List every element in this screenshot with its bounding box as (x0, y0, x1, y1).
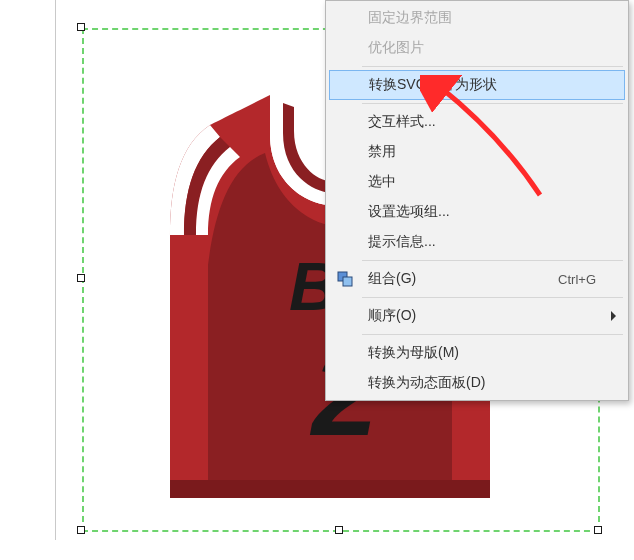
svg-rect-2 (343, 277, 352, 286)
menu-separator (362, 297, 623, 298)
menu-separator (362, 334, 623, 335)
menu-item-label: 固定边界范围 (368, 9, 452, 27)
menu-item-6[interactable]: 禁用 (328, 137, 626, 167)
menu-shortcut: Ctrl+G (558, 272, 596, 287)
resize-handle-ml[interactable] (77, 274, 85, 282)
menu-item-label: 交互样式... (368, 113, 436, 131)
menu-item-5[interactable]: 交互样式... (328, 107, 626, 137)
menu-item-13[interactable]: 顺序(O) (328, 301, 626, 331)
menu-separator (362, 260, 623, 261)
workspace-canvas: BU 2 固定边界范围优化图片转换SVG图片为形状交互样式...禁用选中设置选项… (0, 0, 634, 560)
menu-item-3[interactable]: 转换SVG图片为形状 (329, 70, 625, 100)
resize-handle-br[interactable] (594, 526, 602, 534)
group-icon (336, 270, 354, 288)
resize-handle-tl[interactable] (77, 23, 85, 31)
menu-item-label: 禁用 (368, 143, 396, 161)
menu-item-label: 顺序(O) (368, 307, 416, 325)
chevron-right-icon (611, 311, 616, 321)
menu-separator (362, 66, 623, 67)
menu-item-1: 优化图片 (328, 33, 626, 63)
menu-separator (362, 103, 623, 104)
menu-item-label: 转换为母版(M) (368, 344, 459, 362)
menu-item-label: 设置选项组... (368, 203, 450, 221)
menu-item-8[interactable]: 设置选项组... (328, 197, 626, 227)
menu-item-label: 选中 (368, 173, 396, 191)
resize-handle-bm[interactable] (335, 526, 343, 534)
menu-item-label: 转换为动态面板(D) (368, 374, 485, 392)
menu-item-16[interactable]: 转换为动态面板(D) (328, 368, 626, 398)
menu-item-label: 组合(G) (368, 270, 416, 288)
menu-item-label: 优化图片 (368, 39, 424, 57)
menu-item-0: 固定边界范围 (328, 3, 626, 33)
ruler-gutter (0, 0, 56, 540)
context-menu: 固定边界范围优化图片转换SVG图片为形状交互样式...禁用选中设置选项组...提… (325, 0, 629, 401)
menu-item-15[interactable]: 转换为母版(M) (328, 338, 626, 368)
menu-item-label: 转换SVG图片为形状 (369, 76, 497, 94)
svg-rect-0 (170, 480, 490, 498)
menu-item-label: 提示信息... (368, 233, 436, 251)
menu-item-7[interactable]: 选中 (328, 167, 626, 197)
menu-item-11[interactable]: 组合(G)Ctrl+G (328, 264, 626, 294)
resize-handle-bl[interactable] (77, 526, 85, 534)
menu-item-9[interactable]: 提示信息... (328, 227, 626, 257)
